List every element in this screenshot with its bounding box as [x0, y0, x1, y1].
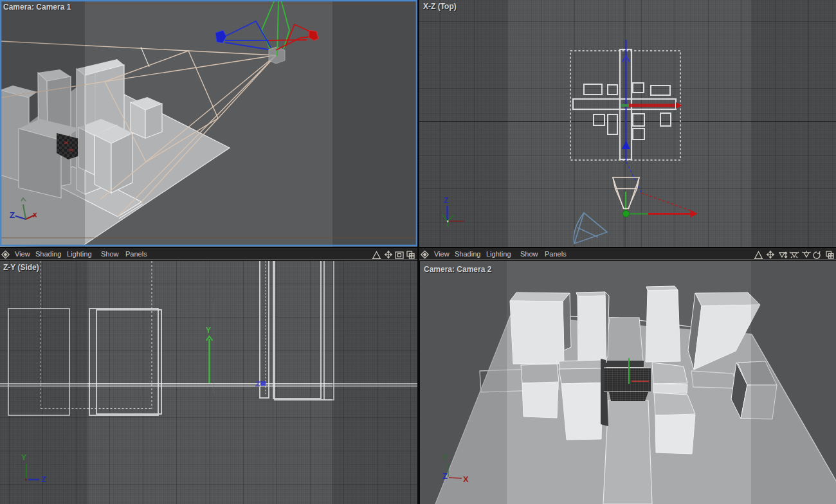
svg-text:Y: Y: [206, 326, 211, 335]
